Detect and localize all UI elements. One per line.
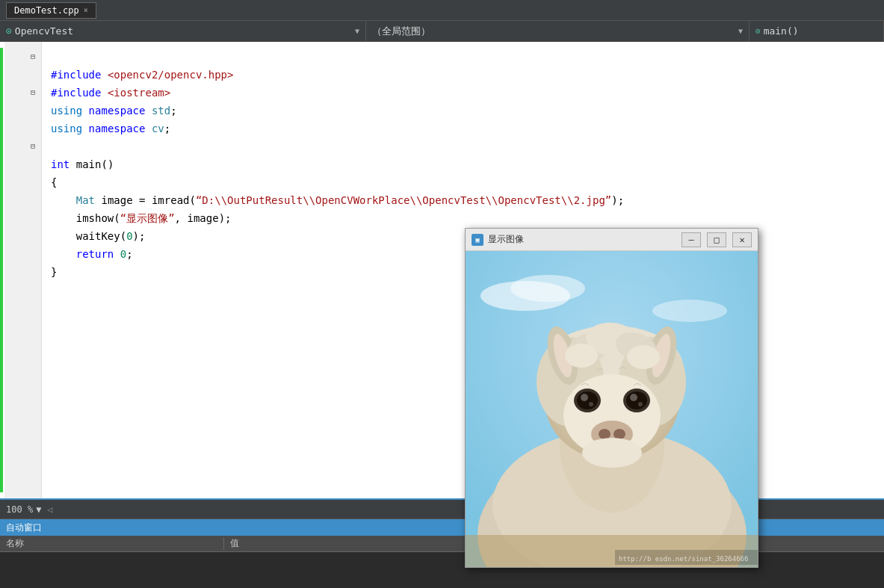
scope-dropdown-icon[interactable]: ▼ [738,27,743,35]
alpaca-image: http://b esdn.net/sinat_36264666 [466,251,758,567]
svg-point-19 [627,345,660,369]
opencv-window-icon: ▣ [472,234,483,246]
svg-point-24 [589,402,593,406]
opencv-window[interactable]: ▣ 显示图像 — □ ✕ [465,228,758,568]
svg-point-23 [581,394,588,401]
global-scope[interactable]: （全局范围） ▼ [366,21,749,41]
svg-point-28 [638,402,643,406]
change-indicator [0,42,4,498]
svg-point-27 [630,394,637,401]
project-dropdown-icon[interactable]: ▼ [355,27,359,35]
opencv-close-button[interactable]: ✕ [732,232,752,247]
svg-point-32 [582,438,642,468]
svg-point-31 [613,429,625,439]
auto-title-label: 自动窗口 [6,522,42,534]
svg-point-3 [652,300,727,322]
svg-point-22 [577,392,598,409]
func-label: main() [764,25,799,37]
func-scope[interactable]: ⊙ main() [749,21,884,41]
zoom-dropdown-icon[interactable]: ▼ [36,504,41,515]
svg-text:http://b   esdn.net/sinat_3626: http://b esdn.net/sinat_36264666 [619,555,748,563]
scope-label: （全局范围） [372,25,430,38]
tab-close-icon[interactable]: × [84,6,88,14]
editor-tab[interactable]: DemoTest.cpp × [6,2,96,19]
svg-point-2 [510,275,585,302]
svg-point-18 [565,344,598,368]
fold-marker-1[interactable]: ⊟ [31,48,35,66]
project-icon: ⊙ [6,25,12,37]
line-number-gutter: ⊟ ⊟ ⊟ [4,42,42,498]
svg-point-26 [626,392,647,409]
scope-bar: ⊙ OpencvTest ▼ （全局范围） ▼ ⊙ main() [0,21,884,42]
project-name: OpencvTest [15,25,73,37]
fold-marker-6[interactable]: ⊟ [31,137,35,155]
col-name-header: 名称 [0,537,224,550]
fold-marker-3[interactable]: ⊟ [31,84,35,102]
scroll-hint: ◁ [47,504,52,515]
svg-point-30 [599,429,611,439]
opencv-maximize-button[interactable]: □ [707,232,726,247]
func-icon: ⊙ [755,26,761,36]
title-bar: DemoTest.cpp × [0,0,884,21]
tab-label: DemoTest.cpp [14,5,79,16]
opencv-window-title: 显示图像 [488,233,676,246]
zoom-label: 100 % [6,504,33,515]
zoom-control[interactable]: 100 % ▼ [6,504,41,515]
opencv-titlebar: ▣ 显示图像 — □ ✕ [466,229,758,251]
opencv-minimize-button[interactable]: — [681,232,701,247]
col-value-header: 值 [224,537,245,550]
opencv-image-area: http://b esdn.net/sinat_36264666 [466,251,758,567]
project-scope[interactable]: ⊙ OpencvTest ▼ [0,21,366,41]
